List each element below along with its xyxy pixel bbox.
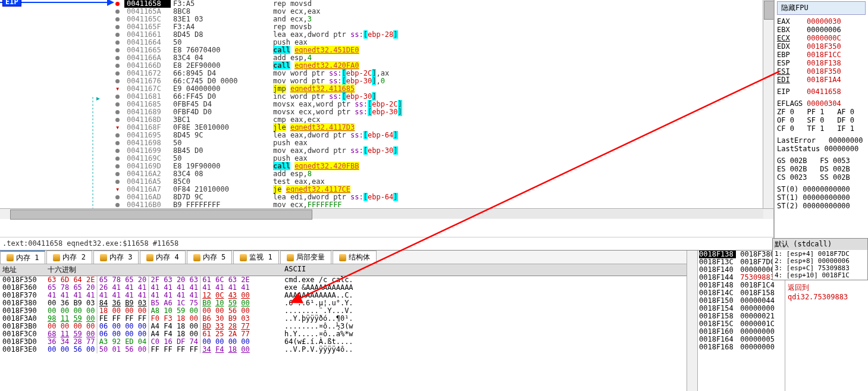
stack-pane[interactable]: 0018F138 0018F3800018F13C 0018F7DC0018F1…: [697, 251, 785, 391]
memory-icon: [193, 254, 200, 261]
memory-icon: [146, 254, 153, 261]
return-to-text: 返回到 qdi32.75309883: [788, 283, 866, 301]
hex-col-ascii: ASCII: [282, 265, 308, 275]
disasm-row[interactable]: 0041165FF3:A4rep movsb: [111, 23, 773, 31]
disasm-row[interactable]: 0041169850push eax: [111, 139, 773, 147]
breakpoint-dot[interactable]: [115, 71, 120, 76]
memory-icon: [100, 254, 107, 261]
disasm-row[interactable]: 0041169DE8 19F90000call eqnedt32.420FBB: [111, 162, 773, 170]
disasm-row[interactable]: 004116B0B9 FFFFFFFFmov ecx,FFFFFFFF: [111, 201, 773, 208]
tab-监视 1[interactable]: 监视 1: [233, 251, 278, 264]
memory-icon: [53, 254, 60, 261]
breakpoint-dot[interactable]: [115, 141, 120, 145]
tab-局部变量[interactable]: 局部变量: [280, 251, 331, 264]
register-ebp[interactable]: EBP0018F1CC: [777, 51, 866, 59]
mem-vscrollbar[interactable]: [687, 251, 697, 391]
breakpoint-dot[interactable]: [115, 95, 120, 99]
bytes: 8D45 D8: [171, 31, 271, 39]
disasm-row[interactable]: 00411665E8 76070400call eqnedt32.451DE0: [111, 46, 773, 54]
breakpoint-dot[interactable]: [115, 48, 120, 52]
register-esp[interactable]: ESP0018F138: [777, 59, 866, 67]
disasm-vscrollbar[interactable]: [763, 0, 773, 208]
breakpoint-dot[interactable]: [115, 10, 120, 14]
disasm-row[interactable]: 004116890FBF4D D0movsx ecx,word ptr ss:[…: [111, 108, 773, 116]
stack-row[interactable]: 0018F168 00000000: [698, 343, 785, 351]
call-conv-header[interactable]: 默认 (stdcall): [773, 239, 867, 250]
tab-内存 4[interactable]: 内存 4: [140, 251, 185, 264]
disasm-row[interactable]: 004116958D45 9Clea eax,dword ptr ss:[ebp…: [111, 132, 773, 139]
register-edx[interactable]: EDX0018F350: [777, 42, 866, 51]
breakpoint-dot[interactable]: [115, 102, 120, 107]
breakpoint-dot[interactable]: [115, 149, 120, 153]
hex-row[interactable]: 0018F3E000 00 56 00|50 01 56 00|FF FF FF…: [0, 346, 687, 354]
tab-内存 2[interactable]: 内存 2: [46, 251, 92, 264]
disasm-row[interactable]: 004116618D45 D8lea eax,dword ptr ss:[ebp…: [111, 31, 773, 39]
status-line: .text:00411658 eqnedt32.exe:$11658 #1165…: [0, 237, 773, 250]
register-ecx[interactable]: ECX0000000C: [777, 34, 866, 42]
address: 004116B0: [124, 201, 171, 208]
memory-panel[interactable]: 内存 1内存 2内存 3内存 4内存 5监视 1局部变量结构体 地址 十六进制 …: [0, 251, 687, 391]
breakpoint-dot[interactable]: [115, 195, 120, 199]
disasm-row[interactable]: 0041165A8BC8mov ecx,eax: [111, 8, 773, 15]
disassembly-pane[interactable]: EIP 00411658F3:A5rep movsd0041165A8BC8mo…: [0, 0, 774, 250]
register-ebx[interactable]: EBX00000006: [777, 26, 866, 34]
breakpoint-dot[interactable]: [115, 133, 120, 137]
disasm-row[interactable]: ▾004116A70F84 21010000je eqnedt32.4117CE: [111, 186, 773, 193]
disasm-row[interactable]: ▾0041168F0F8E 3E010000jle eqnedt32.4117D…: [111, 124, 773, 132]
breakpoint-dot[interactable]: [115, 33, 120, 37]
hex-dump[interactable]: 0018F35063 6D 64 2E|65 78 65 20|2F 63 20…: [0, 276, 687, 391]
breakpoint-dot[interactable]: [115, 172, 120, 176]
tab-内存 3[interactable]: 内存 3: [93, 251, 139, 264]
breakpoint-dot[interactable]: [115, 40, 120, 45]
breakpoint-dot[interactable]: [115, 180, 120, 184]
memory-icon: [287, 254, 294, 261]
breakpoint-dot[interactable]: [115, 25, 120, 29]
memory-icon: [240, 254, 247, 261]
breakpoint-dot[interactable]: [115, 164, 120, 168]
memory-icon: [7, 254, 14, 261]
tab-结构体[interactable]: 结构体: [333, 251, 377, 264]
bytes: 8D45 9C: [171, 132, 271, 139]
disasm-hscrollbar[interactable]: [0, 208, 773, 219]
register-esi[interactable]: ESI0018F350: [777, 67, 866, 76]
breakpoint-dot[interactable]: [115, 157, 120, 161]
breakpoint-dot[interactable]: [115, 118, 120, 122]
hex-col-addr: 地址: [0, 265, 45, 275]
register-edi[interactable]: EDI0018F1A4: [777, 76, 866, 84]
disasm-row[interactable]: 00411658F3:A5rep movsd: [111, 0, 773, 8]
memory-tabs[interactable]: 内存 1内存 2内存 3内存 4内存 5监视 1局部变量结构体: [0, 251, 687, 264]
registers-pane[interactable]: 隐藏FPU EAX00000030EBX00000006ECX0000000CE…: [774, 0, 868, 250]
breakpoint-dot[interactable]: [115, 110, 120, 114]
disasm-row[interactable]: 004116998B45 D0mov eax,dword ptr ss:[ebp…: [111, 147, 773, 155]
breakpoint-dot[interactable]: [115, 17, 120, 21]
hide-fpu-button[interactable]: 隐藏FPU: [777, 1, 866, 15]
instruction: mov ecx,FFFFFFFF: [271, 201, 466, 208]
tab-内存 5[interactable]: 内存 5: [187, 251, 232, 264]
bytes: 8B45 D0: [171, 147, 271, 155]
memory-icon: [339, 254, 346, 261]
breakpoint-dot[interactable]: [115, 203, 120, 207]
eip-marker: EIP: [2, 0, 21, 7]
hex-col-hex: 十六进制: [45, 265, 282, 275]
breakpoint-dot[interactable]: [115, 64, 120, 68]
register-eax[interactable]: EAX00000030: [777, 17, 866, 26]
breakpoint-dot[interactable]: [115, 2, 120, 6]
bytes: B9 FFFFFFFF: [171, 201, 271, 208]
breakpoint-dot[interactable]: [115, 79, 120, 83]
tab-内存 1[interactable]: 内存 1: [0, 251, 45, 264]
breakpoint-dot[interactable]: [115, 56, 120, 60]
disasm-row[interactable]: 0041165C83E1 03and ecx,3: [111, 15, 773, 23]
disasm-row[interactable]: 004116A283C4 08add esp,8: [111, 170, 773, 178]
